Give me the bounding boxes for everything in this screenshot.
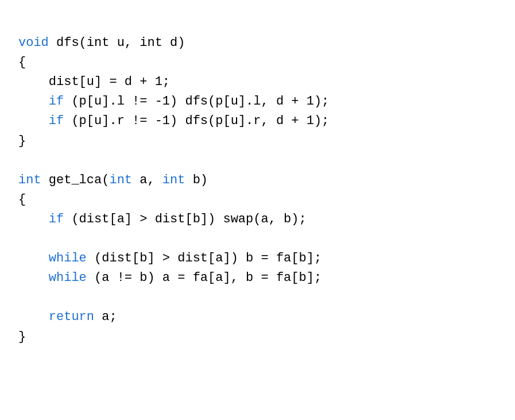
blank-line xyxy=(18,288,497,307)
code-text: { xyxy=(18,192,26,207)
code-line: return a; xyxy=(18,307,497,327)
code-text: a, xyxy=(132,173,162,187)
keyword: return xyxy=(49,310,94,324)
code-line: int get_lca(int a, int b) xyxy=(18,171,497,190)
blank-line xyxy=(18,151,497,171)
code-text xyxy=(18,251,49,265)
keyword: while xyxy=(49,251,87,265)
code-text: (p[u].l != -1) dfs(p[u].l, d + 1); xyxy=(64,94,329,109)
code-line: while (dist[b] > dist[a]) b = fa[b]; xyxy=(18,249,497,268)
code-text xyxy=(18,94,49,109)
code-display: void dfs(int u, int d){ dist[u] = d + 1;… xyxy=(0,0,515,361)
keyword: int xyxy=(109,173,132,187)
code-line: } xyxy=(18,327,497,347)
code-line: } xyxy=(18,132,497,151)
keyword: if xyxy=(49,114,64,128)
code-text: } xyxy=(18,330,26,344)
keyword: void xyxy=(18,36,56,50)
code-text: (a != b) a = fa[a], b = fa[b]; xyxy=(87,271,322,285)
code-line: void dfs(int u, int d) xyxy=(18,33,497,53)
code-line: { xyxy=(18,53,497,72)
code-line: { xyxy=(18,190,497,210)
keyword: int xyxy=(162,173,185,187)
keyword: while xyxy=(49,271,87,285)
code-text: dfs(int u, int d) xyxy=(56,36,185,50)
keyword: if xyxy=(49,94,64,109)
keyword: int xyxy=(18,173,41,187)
code-line: if (dist[a] > dist[b]) swap(a, b); xyxy=(18,210,497,229)
keyword: if xyxy=(49,212,64,226)
code-line: if (p[u].r != -1) dfs(p[u].r, d + 1); xyxy=(18,111,497,131)
code-text: dist[u] = d + 1; xyxy=(18,75,170,89)
code-text: b) xyxy=(185,173,208,187)
code-text: a; xyxy=(94,310,117,324)
blank-line xyxy=(18,229,497,249)
code-line: dist[u] = d + 1; xyxy=(18,72,497,92)
code-text: { xyxy=(18,55,26,70)
code-text: (dist[a] > dist[b]) swap(a, b); xyxy=(64,212,306,226)
code-text: } xyxy=(18,134,26,148)
code-text xyxy=(18,271,49,285)
code-text: get_lca( xyxy=(41,173,110,187)
code-text: (p[u].r != -1) dfs(p[u].r, d + 1); xyxy=(64,114,329,128)
code-text xyxy=(18,310,49,324)
code-text xyxy=(18,114,49,128)
code-text: (dist[b] > dist[a]) b = fa[b]; xyxy=(87,251,322,265)
code-line: while (a != b) a = fa[a], b = fa[b]; xyxy=(18,268,497,288)
code-line: if (p[u].l != -1) dfs(p[u].l, d + 1); xyxy=(18,92,497,111)
code-text xyxy=(18,212,49,226)
